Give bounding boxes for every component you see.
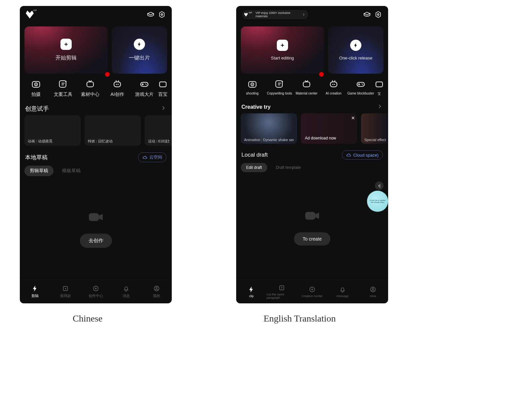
- caption-chinese: Chinese: [73, 313, 102, 324]
- bolt-icon: [350, 40, 361, 51]
- nav-clip[interactable]: 剪辑: [20, 280, 50, 303]
- robot-icon: [329, 79, 339, 89]
- tool-ai-creation[interactable]: AI创作: [104, 79, 131, 97]
- hero-primary-label: 开始剪辑: [55, 55, 77, 61]
- box-icon: [374, 79, 384, 89]
- drafts-header: 本地草稿 云空间: [20, 146, 172, 166]
- video-camera-icon: [84, 208, 108, 226]
- try-card-1[interactable]: 动画|动感摇晃: [24, 115, 81, 146]
- try-card-ad[interactable]: ✕Ad download now: [301, 113, 357, 144]
- sparkle-icon: [274, 79, 284, 89]
- video-camera-icon: [300, 207, 324, 225]
- try-card-1[interactable]: Animation|Dynamic shake see: [241, 113, 297, 144]
- cloud-space-button[interactable]: 云空间: [138, 152, 166, 162]
- tab-template-draft[interactable]: Draft template: [271, 163, 306, 172]
- tool-material[interactable]: 素材中心: [77, 79, 104, 97]
- nav-center[interactable]: 创作中心: [81, 280, 111, 303]
- nav-same[interactable]: Cut the same paragraph: [267, 280, 297, 303]
- draft-tabs: 剪辑草稿 模板草稿: [20, 166, 172, 176]
- one-click-card[interactable]: 一键出片: [112, 26, 167, 74]
- bolt-icon: [134, 39, 145, 50]
- tool-box[interactable]: 宝: [374, 79, 384, 96]
- one-click-card[interactable]: One-click release: [328, 26, 384, 74]
- tool-material[interactable]: Material center: [293, 79, 320, 95]
- hero-row: 开始剪辑 一键出片: [20, 23, 172, 77]
- nav-same[interactable]: 剪同款: [50, 280, 81, 303]
- ad-text: Ad download now: [305, 136, 336, 140]
- draft-tabs: Edit draft Draft template: [236, 163, 388, 172]
- drafts-header: Local draft Cloud space): [236, 144, 388, 163]
- creative-try-header[interactable]: 创意试手: [20, 100, 172, 115]
- empty-drafts: ›| A can be a master Ice Visual class To…: [236, 172, 388, 280]
- try-card-3[interactable]: Special effects: [361, 113, 388, 144]
- chevron-right-icon: [377, 103, 383, 111]
- close-icon[interactable]: ✕: [351, 115, 355, 121]
- bottom-nav: 剪辑 剪同款 创作中心 消息 我的: [20, 280, 172, 303]
- vip-logo-mini: [244, 13, 248, 17]
- box-icon: [158, 79, 168, 89]
- settings-icon[interactable]: [158, 11, 166, 19]
- go-create-button[interactable]: To create: [294, 232, 330, 246]
- settings-icon[interactable]: [374, 11, 382, 19]
- caption-english: English Translation: [264, 313, 336, 324]
- nav-message[interactable]: 消息: [111, 280, 141, 303]
- tools-strip: 拍摄 文案工具 素材中心 AI创作 游戏大片 百宝: [20, 77, 172, 100]
- creative-try-row: 动画|动感摇晃 特效|回忆波动 活动|618送快: [20, 115, 172, 146]
- vip-pill[interactable]: VIP VIP enjoy 1000+ exclusive materials: [242, 10, 308, 19]
- sparkle-icon: [58, 79, 68, 89]
- tool-game[interactable]: 游戏大片: [131, 79, 158, 97]
- camera-icon: [31, 79, 41, 89]
- vip-pill-text: VIP enjoy 1000+ exclusive materials: [255, 11, 300, 18]
- bottom-nav: clip Cut the same paragraph Creation Cen…: [236, 280, 388, 303]
- topbar: VIP VIP enjoy 1000+ exclusive materials: [236, 6, 388, 23]
- vip-logo[interactable]: VIP: [26, 11, 34, 19]
- drafts-title: 本地草稿: [25, 154, 138, 161]
- graduation-icon[interactable]: [147, 11, 155, 19]
- collapse-button[interactable]: ›|: [375, 181, 384, 190]
- tool-game[interactable]: Game blockbuster: [347, 79, 374, 95]
- hero-secondary-label: 一键出片: [129, 55, 150, 61]
- creative-try-title: Creative try: [241, 104, 377, 110]
- nav-message[interactable]: message: [327, 280, 358, 303]
- nav-clip[interactable]: clip: [236, 280, 267, 303]
- try-card-2[interactable]: 特效|回忆波动: [85, 115, 141, 146]
- chevron-right-icon: [302, 13, 306, 17]
- go-create-button[interactable]: 去创作: [80, 234, 112, 248]
- tool-shooting[interactable]: shooting: [239, 79, 266, 95]
- creative-try-row: Animation|Dynamic shake see ✕Ad download…: [236, 113, 388, 144]
- tools-strip: shooting Copywriting tools Material cent…: [236, 77, 388, 99]
- camera-icon: [247, 79, 257, 89]
- phone-chinese: VIP 开始剪辑 一键出片 拍摄 文案工具 素材中心 AI创作 游戏大片 百宝 …: [20, 6, 172, 303]
- gamepad-icon: [139, 79, 149, 89]
- try-card-3[interactable]: 活动|618送快: [145, 115, 172, 146]
- start-editing-card[interactable]: 开始剪辑: [24, 26, 108, 74]
- tab-template-draft[interactable]: 模板草稿: [57, 166, 86, 176]
- tool-copywriting[interactable]: Copywriting tools: [266, 79, 293, 95]
- plus-icon: [60, 39, 72, 50]
- hero-row: Start editing One-click release: [236, 23, 388, 77]
- tab-edit-draft[interactable]: 剪辑草稿: [24, 166, 54, 176]
- floating-badge[interactable]: A can be a master Ice Visual class: [367, 191, 388, 212]
- cloud-space-button[interactable]: Cloud space): [342, 150, 383, 160]
- tv-icon: [85, 79, 95, 89]
- tool-shooting[interactable]: 拍摄: [22, 79, 50, 97]
- nav-mine[interactable]: mine: [358, 280, 388, 303]
- tool-box[interactable]: 百宝: [158, 79, 168, 97]
- empty-drafts: 去创作: [20, 176, 172, 280]
- robot-icon: [112, 79, 122, 89]
- creative-try-title: 创意试手: [25, 105, 161, 113]
- creative-try-header[interactable]: Creative try: [236, 99, 388, 113]
- graduation-icon[interactable]: [363, 11, 371, 19]
- nav-center[interactable]: Creation Center: [297, 280, 327, 303]
- start-editing-card[interactable]: Start editing: [241, 26, 324, 74]
- chevron-right-icon: [161, 105, 166, 112]
- nav-mine[interactable]: 我的: [141, 280, 172, 303]
- tv-icon: [302, 79, 311, 89]
- hero-primary-label: Start editing: [271, 56, 294, 60]
- tab-edit-draft[interactable]: Edit draft: [241, 163, 267, 172]
- tool-ai-creation[interactable]: AI creation: [320, 79, 347, 95]
- tool-copywriting[interactable]: 文案工具: [50, 79, 77, 97]
- drafts-title: Local draft: [241, 152, 342, 158]
- gamepad-icon: [356, 79, 366, 89]
- plus-icon: [277, 40, 288, 51]
